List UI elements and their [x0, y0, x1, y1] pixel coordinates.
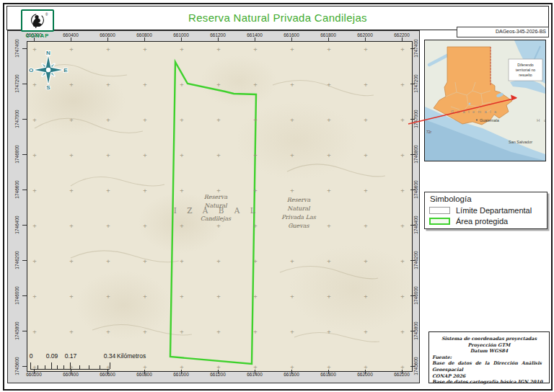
grid-cross: +: [364, 81, 367, 88]
grid-tick: [328, 37, 329, 42]
y-axis-label: 1747400: [14, 39, 19, 57]
y-axis-label: 1746200: [14, 251, 19, 269]
scalebar-tick: [30, 362, 31, 369]
grid-cross: +: [400, 151, 404, 159]
y-axis-label: 1745800: [14, 321, 19, 339]
grid-cross: +: [327, 81, 330, 88]
grid-cross: +: [180, 257, 183, 264]
capital-label: Guatemala: [480, 118, 500, 122]
grid-cross: +: [364, 222, 367, 229]
sheet-code: DAGeos-345-2026-BS: [496, 29, 546, 34]
grid-cross: +: [180, 81, 183, 88]
grid-cross: +: [143, 45, 146, 53]
basemap-text-fragment: 72r: [426, 130, 432, 134]
grid-cross: +: [106, 45, 110, 53]
grid-cross: +: [180, 116, 183, 123]
grid-cross: +: [106, 328, 110, 335]
grid-cross: +: [143, 328, 146, 335]
credits-line: Sistema de coordenadas proyectadas: [432, 336, 546, 342]
grid-tick: [34, 370, 35, 374]
legend-item-label: Área protegida: [456, 217, 508, 226]
y-axis-label: 1747200: [14, 74, 19, 92]
grid-tick: [410, 119, 415, 120]
grid-cross: +: [327, 187, 330, 194]
grid-tick: [218, 370, 219, 374]
grid-tick: [22, 48, 27, 49]
y-axis-label: 1747000: [14, 110, 19, 128]
grid-cross: +: [143, 81, 146, 88]
sheet-code-box: DAGeos-345-2026-BS: [457, 27, 549, 37]
grid-cross: +: [327, 151, 330, 159]
credits-line: Datum WGS84: [432, 348, 546, 355]
grid-cross: +: [327, 257, 330, 264]
grid-cross: +: [253, 45, 257, 53]
grid-cross: +: [143, 257, 146, 264]
grid-cross: +: [32, 257, 36, 264]
scalebar-label: 0.09: [46, 352, 58, 360]
grid-cross: +: [69, 116, 73, 123]
conap-logo: ® CONAP: [20, 9, 55, 39]
grid-cross: +: [327, 116, 330, 123]
conap-logo-box: ®: [21, 9, 54, 32]
x-axis-label: 662000: [357, 32, 373, 37]
grid-cross: +: [290, 187, 294, 194]
x-axis-label: 662200: [394, 32, 410, 37]
grid-cross: +: [327, 293, 330, 300]
scalebar-tick: [51, 362, 52, 369]
grid-cross: +: [69, 293, 73, 300]
grid-cross: +: [69, 222, 73, 229]
grid-cross: +: [216, 257, 220, 264]
grid-cross: +: [253, 328, 257, 335]
grid-tick: [410, 48, 415, 49]
grid-cross: +: [400, 187, 404, 194]
grid-cross: +: [400, 116, 404, 123]
grid-cross: +: [143, 151, 146, 159]
grid-tick: [291, 37, 292, 42]
y-axis-label: 1745600: [14, 357, 19, 375]
grid-tick: [22, 295, 27, 296]
grid-cross: +: [400, 328, 404, 335]
grid-tick: [410, 295, 415, 296]
compass-west-label: O: [29, 67, 33, 74]
grid-tick: [181, 37, 182, 42]
grid-cross: +: [180, 328, 183, 335]
x-axis-label: 661400: [247, 32, 263, 37]
grid-tick: [365, 37, 366, 42]
y-axis-label: 1746000: [14, 286, 19, 304]
grid-cross: +: [216, 293, 220, 300]
svg-text:®: ®: [45, 12, 48, 17]
grid-tick: [410, 260, 415, 261]
y-axis-label: 1746600: [14, 180, 19, 198]
grid-tick: [410, 225, 415, 226]
grid-cross: +: [143, 293, 146, 300]
y-axis-label: 1746800: [14, 145, 19, 163]
grid-cross: +: [32, 45, 36, 53]
grid-cross: +: [290, 151, 294, 159]
legend-item-label: Límite Departamental: [456, 206, 532, 215]
grid-tick: [218, 37, 219, 42]
grid-cross: +: [364, 293, 367, 300]
scalebar-label: 0.17: [65, 352, 77, 360]
grid-cross: +: [69, 328, 73, 335]
grid-tick: [291, 370, 292, 374]
scalebar-tick: [45, 365, 45, 369]
scalebar-label: 0: [30, 352, 33, 360]
grid-cross: +: [253, 116, 257, 123]
credits-line: Proyección GTM: [432, 342, 546, 349]
grid-tick: [365, 370, 366, 374]
grid-cross: +: [364, 328, 367, 335]
grid-tick: [410, 190, 415, 190]
inset-locator-map: Diferendo territorial no resuelto G u a …: [424, 40, 546, 161]
grid-cross: +: [216, 187, 220, 194]
grid-tick: [22, 225, 27, 226]
grid-tick: [410, 154, 415, 155]
scalebar-tick: [79, 365, 80, 369]
grid-tick: [410, 366, 415, 367]
scalebar-unit: Kilómetros: [117, 352, 146, 360]
x-axis-label: 661000: [173, 32, 189, 37]
grid-cross: +: [327, 45, 330, 53]
dispute-note-line: territorial no: [516, 68, 536, 72]
reserve-label-line: Candilejas: [201, 215, 231, 223]
grid-tick: [22, 190, 27, 190]
grid-cross: +: [69, 81, 73, 88]
